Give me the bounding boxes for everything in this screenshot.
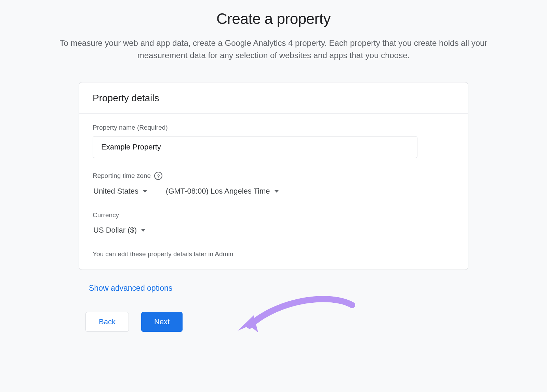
annotation-arrow-icon — [229, 295, 359, 343]
card-header-title: Property details — [93, 93, 454, 104]
country-dropdown[interactable]: United States — [93, 185, 148, 198]
property-name-input[interactable] — [93, 136, 417, 158]
caret-down-icon — [141, 229, 146, 232]
edit-later-hint: You can edit these property details late… — [93, 250, 454, 258]
back-button[interactable]: Back — [85, 312, 129, 332]
property-details-card: Property details Property name (Required… — [79, 82, 468, 270]
timezone-dropdown[interactable]: (GMT-08:00) Los Angeles Time — [165, 185, 279, 198]
page-description: To measure your web and app data, create… — [34, 37, 513, 62]
currency-dropdown[interactable]: US Dollar ($) — [93, 224, 146, 237]
page-title: Create a property — [34, 10, 513, 27]
currency-group: Currency US Dollar ($) — [93, 211, 454, 237]
property-name-label: Property name (Required) — [93, 124, 454, 131]
currency-label: Currency — [93, 211, 454, 219]
timezone-dropdown-value: (GMT-08:00) Los Angeles Time — [166, 187, 270, 196]
property-name-group: Property name (Required) — [93, 124, 454, 158]
help-icon[interactable]: ? — [154, 172, 162, 180]
next-button[interactable]: Next — [141, 312, 183, 332]
caret-down-icon — [274, 190, 279, 193]
caret-down-icon — [143, 190, 147, 193]
time-zone-label: Reporting time zone — [93, 172, 151, 180]
show-advanced-options-link[interactable]: Show advanced options — [89, 284, 172, 293]
country-dropdown-value: United States — [93, 187, 138, 196]
time-zone-group: Reporting time zone ? United States (GMT… — [93, 172, 454, 198]
currency-dropdown-value: US Dollar ($) — [93, 226, 137, 235]
